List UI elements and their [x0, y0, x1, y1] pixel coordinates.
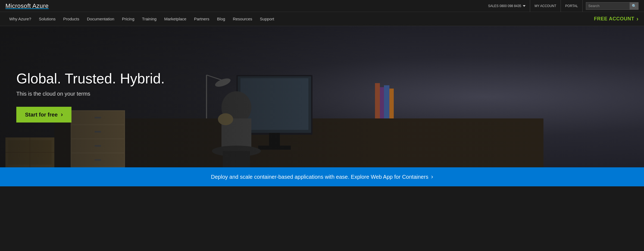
nav-link-solutions[interactable]: Solutions — [35, 12, 60, 26]
promo-banner[interactable]: Deploy and scale container-based applica… — [0, 167, 644, 186]
hero-cta-label: Start for free — [25, 112, 58, 118]
hero-subheading: This is the cloud on your terms — [16, 91, 628, 97]
hero-cta-arrow-icon: › — [61, 111, 63, 118]
nav-item-products: Products — [60, 12, 83, 26]
sales-link[interactable]: SALES 0800 098 8435 — [484, 0, 530, 12]
banner-arrow-icon: › — [431, 173, 433, 180]
free-account-arrow-icon: › — [636, 15, 639, 23]
nav-link-products[interactable]: Products — [60, 12, 83, 26]
sales-text: SALES 0800 098 8435 — [488, 4, 521, 8]
nav-link-why-azure[interactable]: Why Azure? — [5, 12, 35, 26]
hero-section: Global. Trusted. Hybrid. This is the clo… — [0, 26, 644, 167]
nav-link-blog[interactable]: Blog — [213, 12, 229, 26]
search-button[interactable]: 🔍 — [630, 2, 638, 10]
dropdown-arrow-icon — [523, 5, 526, 7]
hero-heading: Global. Trusted. Hybrid. — [16, 71, 628, 86]
nav-item-marketplace: Marketplace — [160, 12, 190, 26]
nav-link-training[interactable]: Training — [138, 12, 161, 26]
my-account-link[interactable]: MY ACCOUNT — [530, 0, 561, 12]
nav-links: Why Azure? Solutions Products Documentat… — [5, 12, 278, 26]
top-bar-right: SALES 0800 098 8435 MY ACCOUNT PORTAL 🔍 — [484, 0, 639, 12]
nav-item-pricing: Pricing — [118, 12, 138, 26]
search-box: 🔍 — [586, 2, 639, 10]
top-bar-left: Microsoft Azure — [5, 2, 49, 10]
nav-link-partners[interactable]: Partners — [190, 12, 213, 26]
nav-item-resources: Resources — [229, 12, 256, 26]
nav-item-blog: Blog — [213, 12, 229, 26]
top-bar: Microsoft Azure SALES 0800 098 8435 MY A… — [0, 0, 644, 12]
nav-item-partners: Partners — [190, 12, 213, 26]
nav-item-training: Training — [138, 12, 161, 26]
free-account-link[interactable]: FREE ACCOUNT › — [594, 15, 639, 23]
free-account-label: FREE ACCOUNT — [594, 16, 634, 22]
nav-item-support: Support — [256, 12, 278, 26]
nav-item-solutions: Solutions — [35, 12, 60, 26]
search-input[interactable] — [586, 4, 630, 8]
nav-item-why-azure: Why Azure? — [5, 12, 35, 26]
logo[interactable]: Microsoft Azure — [5, 2, 49, 10]
nav-link-documentation[interactable]: Documentation — [83, 12, 118, 26]
nav-link-marketplace[interactable]: Marketplace — [160, 12, 190, 26]
nav-item-documentation: Documentation — [83, 12, 118, 26]
nav-link-pricing[interactable]: Pricing — [118, 12, 138, 26]
hero-cta-button[interactable]: Start for free › — [16, 107, 71, 123]
portal-link[interactable]: PORTAL — [561, 0, 583, 12]
banner-text: Deploy and scale container-based applica… — [211, 174, 428, 180]
hero-content: Global. Trusted. Hybrid. This is the clo… — [0, 26, 644, 167]
nav-link-support[interactable]: Support — [256, 12, 278, 26]
nav-bar: Why Azure? Solutions Products Documentat… — [0, 12, 644, 26]
nav-link-resources[interactable]: Resources — [229, 12, 256, 26]
